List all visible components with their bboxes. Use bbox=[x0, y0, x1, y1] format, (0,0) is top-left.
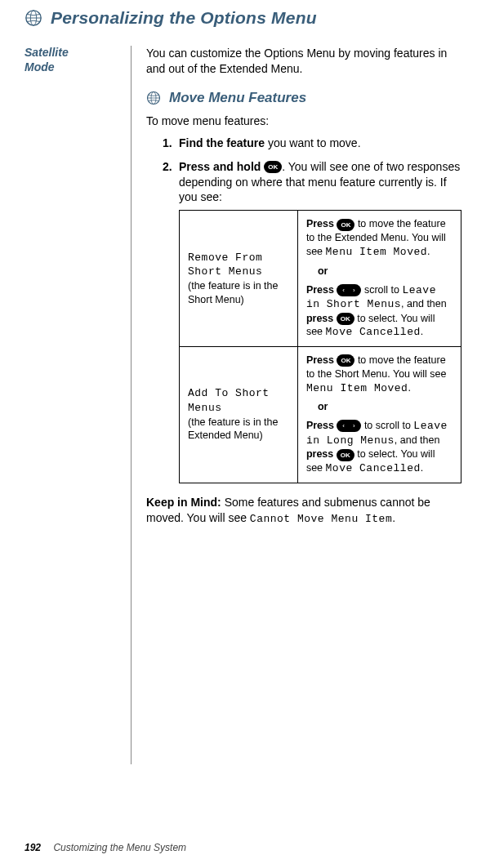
content-columns: Satellite Mode You can customize the Opt… bbox=[25, 46, 461, 764]
page-number: 192 bbox=[25, 842, 41, 853]
ok-icon: OK bbox=[337, 354, 354, 367]
page-footer: 192 Customizing the Menu System bbox=[25, 842, 186, 853]
ok-icon: OK bbox=[264, 161, 282, 173]
action-b-text2: , and then bbox=[395, 434, 440, 446]
intro-paragraph: You can customize the Options Menu by mo… bbox=[146, 46, 461, 77]
action-a-lcd: Menu Item Moved bbox=[306, 382, 408, 394]
action-a-press: Press bbox=[306, 354, 337, 366]
action-b-bold: press bbox=[306, 313, 333, 324]
response-table: Remove From Short Menus (the feature is … bbox=[179, 210, 461, 483]
action-b-press: Press bbox=[306, 420, 337, 431]
action-a-press: Press bbox=[306, 218, 337, 229]
mode-label: Satellite Mode bbox=[25, 46, 121, 74]
or-label: or bbox=[318, 400, 453, 414]
sidebar: Satellite Mode bbox=[25, 46, 131, 764]
step-2: 2. Press and hold OK. You will see one o… bbox=[163, 159, 461, 483]
action-cell: Press OK to move the feature to the Shor… bbox=[297, 347, 461, 483]
table-row: Add To Short Menus (the feature is in th… bbox=[180, 347, 461, 483]
page-header: Personalizing the Options Menu bbox=[25, 8, 461, 28]
action-b-lcd2: Move Cancelled bbox=[326, 462, 421, 474]
scroll-icon: ‹ › bbox=[337, 420, 361, 432]
action-b-press: Press bbox=[306, 284, 337, 296]
step-2-bold: Press and hold bbox=[179, 160, 264, 173]
section-title: Move Menu Features bbox=[169, 90, 306, 106]
section-header: Move Menu Features bbox=[146, 90, 461, 106]
condition-lcd: Remove From Short Menus bbox=[188, 251, 262, 278]
condition-note: (the feature is in the Extended Menu) bbox=[188, 416, 278, 442]
chapter-title: Customizing the Menu System bbox=[53, 842, 186, 853]
page-title: Personalizing the Options Menu bbox=[51, 8, 317, 28]
action-b-lcd2: Move Cancelled bbox=[326, 326, 421, 338]
keep-in-mind: Keep in Mind: Some features and submenus… bbox=[146, 495, 461, 526]
steps-list: 1. Find the feature you want to move. 2.… bbox=[146, 136, 461, 483]
action-cell: Press OK to move the feature to the Exte… bbox=[297, 211, 461, 347]
table-row: Remove From Short Menus (the feature is … bbox=[180, 211, 461, 347]
globe-icon bbox=[25, 9, 42, 27]
mode-label-line1: Satellite bbox=[25, 46, 69, 59]
section-lead: To move menu features: bbox=[146, 114, 461, 127]
ok-icon: OK bbox=[337, 449, 354, 461]
scroll-icon: ‹ › bbox=[337, 284, 361, 296]
action-a-lcd: Menu Item Moved bbox=[326, 246, 428, 258]
step-1-rest: you want to move. bbox=[265, 136, 361, 149]
condition-cell: Remove From Short Menus (the feature is … bbox=[180, 211, 298, 347]
mode-label-line2: Mode bbox=[25, 60, 55, 73]
ok-icon: OK bbox=[337, 219, 354, 231]
main-content: You can customize the Options Menu by mo… bbox=[131, 46, 461, 764]
step-1-bold: Find the feature bbox=[179, 136, 265, 149]
action-b-text1: to scroll to bbox=[361, 420, 413, 431]
ok-icon: OK bbox=[337, 313, 354, 325]
action-b-text2: , and then bbox=[401, 298, 447, 309]
step-1: 1. Find the feature you want to move. bbox=[163, 136, 461, 151]
globe-icon bbox=[146, 91, 161, 105]
action-b-bold: press bbox=[306, 448, 333, 460]
condition-cell: Add To Short Menus (the feature is in th… bbox=[180, 347, 298, 483]
step-number: 1. bbox=[163, 136, 172, 151]
or-label: or bbox=[318, 265, 453, 278]
action-b-text1: scroll to bbox=[361, 284, 402, 296]
keep-bold: Keep in Mind: bbox=[146, 496, 221, 509]
condition-lcd: Add To Short Menus bbox=[188, 387, 270, 414]
keep-lcd: Cannot Move Menu Item bbox=[250, 513, 392, 525]
condition-note: (the feature is in the Short Menu) bbox=[188, 280, 278, 305]
step-number: 2. bbox=[163, 159, 172, 175]
